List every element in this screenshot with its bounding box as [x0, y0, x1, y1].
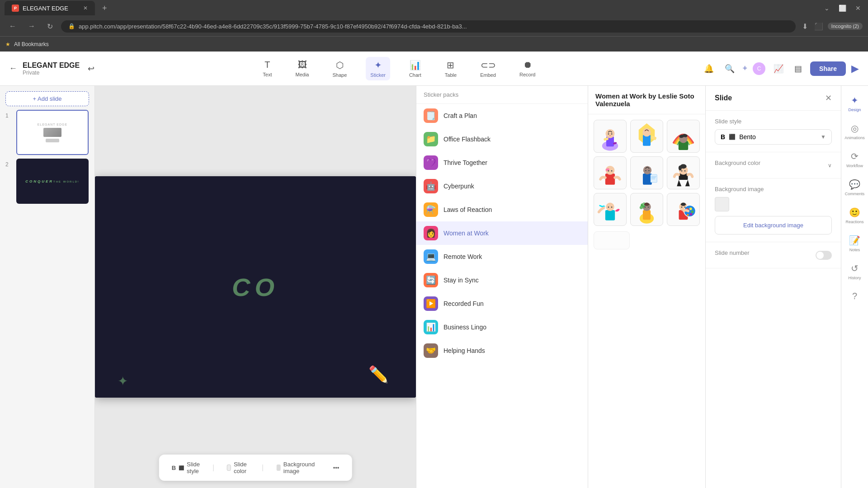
svg-point-32 — [681, 170, 683, 172]
maximize-icon[interactable]: ⬜ — [836, 4, 849, 13]
slide-thumbnail-1[interactable]: ELEGANT EDGE — [16, 110, 89, 155]
search-icon[interactable]: 🔍 — [722, 61, 737, 76]
tool-media[interactable]: 🖼 Media — [291, 57, 314, 80]
sticker-icon: ✦ — [374, 60, 382, 70]
sticker-list-item-thrive-together[interactable]: 💜Thrive Together — [416, 151, 588, 174]
history-tab[interactable]: ↺ History — [841, 259, 868, 284]
sticker-list-item-office-flashback[interactable]: 📁Office Flashback — [416, 127, 588, 151]
nav-back-button[interactable]: ← — [9, 64, 17, 73]
address-bar[interactable]: 🔒 app.pitch.com/app/presentation/58f67c2… — [61, 20, 796, 33]
sticker-list-item-recorded-fun[interactable]: ▶️Recorded Fun — [416, 292, 588, 315]
bento-b-label: B — [721, 133, 725, 141]
animations-tab[interactable]: ◎ Animations — [841, 119, 868, 144]
svg-rect-22 — [651, 174, 657, 183]
notes-tab[interactable]: 📝 Notes — [841, 231, 868, 256]
sticker-cell-6[interactable] — [667, 156, 700, 189]
slide-canvas[interactable]: CO ✏️ ✦ — [95, 176, 416, 398]
undo-button[interactable]: ↩ — [85, 61, 97, 76]
close-window-icon[interactable]: ✕ — [853, 4, 863, 13]
bg-color-label: Background color — [715, 160, 760, 166]
new-tab-button[interactable]: + — [99, 4, 111, 13]
sticker-list-item-helping-hands[interactable]: 🤝Helping Hands — [416, 339, 588, 362]
tool-sticker[interactable]: ✦ Sticker — [366, 57, 390, 80]
sticker-list-item-business-lingo[interactable]: 📊Business Lingo — [416, 315, 588, 339]
svg-point-45 — [648, 206, 649, 208]
browser-tab[interactable]: P ELEGANT EDGE ✕ — [5, 1, 95, 15]
reactions-tab[interactable]: 🙂 Reactions — [841, 203, 868, 228]
sticker-list-item-stay-in-sync[interactable]: 🔄Stay in Sync — [416, 268, 588, 292]
style-selector[interactable]: B ⬛ Bento ▼ — [715, 129, 832, 145]
tab-close-icon[interactable]: ✕ — [83, 5, 88, 11]
sticker-cell-4[interactable] — [594, 156, 627, 189]
sticker-cell-2[interactable] — [630, 120, 663, 153]
slide-thumbnail-2[interactable]: CONQUER THE WORLD! — [16, 159, 89, 204]
back-button[interactable]: ← — [5, 20, 20, 32]
sticker-cell-7[interactable] — [594, 193, 627, 226]
svg-point-33 — [684, 170, 686, 172]
sticker-cell-5[interactable] — [630, 156, 663, 189]
download-icon[interactable]: ⬇ — [800, 20, 810, 33]
sticker-list-item-cyberpunk[interactable]: 🤖Cyberpunk — [416, 174, 588, 198]
bottom-slide-style[interactable]: B ⬛ Slide style — [168, 459, 203, 476]
tool-chart[interactable]: 📊 Chart — [405, 57, 426, 80]
laws-of-reaction-icon: ⚗️ — [424, 202, 438, 217]
play-button[interactable]: ▶ — [851, 63, 859, 75]
sticker-list-item-laws-of-reaction[interactable]: ⚗️Laws of Reaction — [416, 198, 588, 221]
sticker-label-helping-hands: Helping Hands — [443, 347, 485, 354]
add-icon[interactable]: + — [743, 64, 748, 73]
sticker-label-recorded-fun: Recorded Fun — [443, 300, 484, 307]
add-slide-button[interactable]: + Add slide — [5, 91, 89, 106]
presentation-title: ELEGANT EDGE Private — [23, 61, 80, 76]
sticker-list-item-women-at-work[interactable]: 👩Women at Work — [416, 221, 588, 245]
minimize-icon[interactable]: ⌄ — [821, 4, 832, 13]
svg-point-51 — [689, 207, 692, 210]
bookmark-star-icon: ★ — [5, 41, 10, 47]
sticker-list-item-craft-a-plan[interactable]: 🗒️Craft a Plan — [416, 104, 588, 127]
bookmarks-label[interactable]: All Bookmarks — [10, 39, 52, 49]
incognito-badge[interactable]: Incognito (2) — [828, 23, 863, 30]
bg-color-row[interactable]: Background color ∨ — [715, 160, 832, 171]
avatar[interactable]: C — [753, 62, 765, 75]
sticker-list-item-remote-work[interactable]: 💻Remote Work — [416, 245, 588, 268]
app-toolbar: ← ELEGANT EDGE Private ↩ T Text 🖼 Media … — [0, 52, 868, 86]
tool-table[interactable]: ⊞ Table — [440, 57, 461, 80]
bottom-slide-color[interactable]: Slide color — [223, 459, 253, 476]
bottom-bg-image[interactable]: Background image — [273, 459, 320, 476]
extensions-icon[interactable]: ⬛ — [812, 20, 825, 33]
svg-rect-15 — [605, 174, 615, 185]
svg-point-31 — [679, 165, 682, 170]
bottom-more-options[interactable]: ••• — [330, 463, 343, 473]
comments-tab[interactable]: 💬 Comments — [841, 175, 868, 200]
tool-record[interactable]: ⏺ Record — [515, 57, 540, 80]
favicon-icon: P — [12, 5, 19, 12]
close-slide-settings-button[interactable]: ✕ — [825, 93, 832, 103]
design-tab[interactable]: ✦ Design — [841, 91, 868, 116]
sticker-cell-9[interactable] — [667, 193, 700, 226]
slide-number-toggle[interactable] — [816, 251, 832, 260]
right-panel: ✦ Design ◎ Animations ⟳ Workflow 💬 Comme… — [841, 86, 868, 488]
share-button[interactable]: Share — [810, 61, 846, 76]
slide-style-label: Slide style — [715, 118, 832, 125]
helping-hands-icon: 🤝 — [424, 343, 438, 358]
bg-image-preview — [715, 197, 729, 211]
sticker-cell-3[interactable] — [667, 120, 700, 153]
sticker-cell-1[interactable] — [594, 120, 627, 153]
help-tab[interactable]: ? — [841, 287, 868, 305]
forward-button[interactable]: → — [24, 20, 39, 32]
slide-number-section: Slide number — [706, 242, 841, 268]
svg-point-19 — [611, 170, 613, 172]
edit-bg-image-button[interactable]: Edit background image — [715, 216, 832, 235]
svg-point-55 — [681, 206, 683, 208]
sidebar-icon[interactable]: ▤ — [792, 61, 805, 76]
notifications-icon[interactable]: 🔔 — [701, 61, 717, 76]
refresh-button[interactable]: ↻ — [43, 20, 57, 33]
tool-embed[interactable]: ⊂⊃ Embed — [476, 57, 500, 80]
analytics-icon[interactable]: 📈 — [771, 61, 786, 76]
slide-settings-header: Slide ✕ — [706, 86, 841, 111]
tool-shape[interactable]: ⬡ Shape — [328, 57, 351, 80]
sticker-label-business-lingo: Business Lingo — [443, 324, 486, 331]
workflow-tab[interactable]: ⟳ Workflow — [841, 147, 868, 172]
tool-text[interactable]: T Text — [258, 57, 276, 80]
sticker-cell-8[interactable] — [630, 193, 663, 226]
sticker-label-office-flashback: Office Flashback — [443, 136, 491, 143]
